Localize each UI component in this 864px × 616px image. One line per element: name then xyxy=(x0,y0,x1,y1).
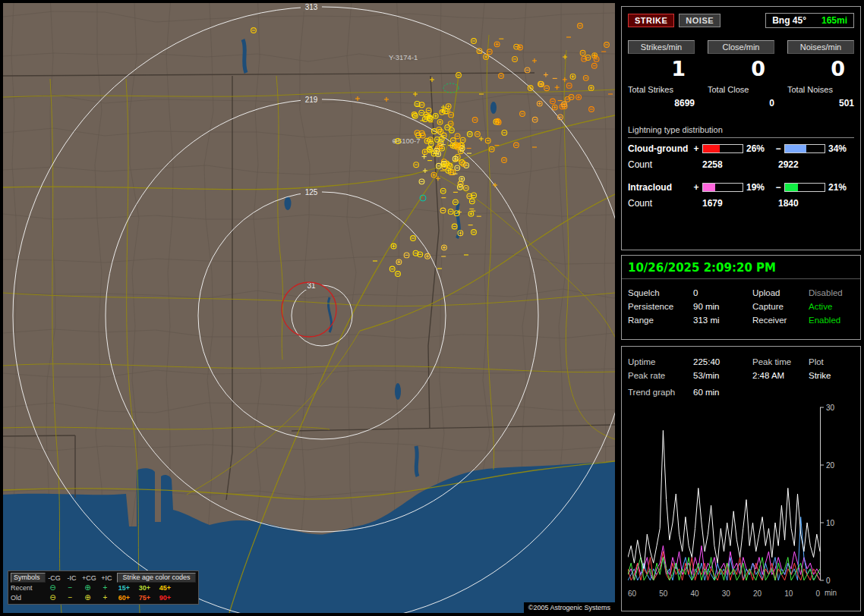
svg-text:0: 0 xyxy=(826,577,831,585)
cloud-ground-count-row: Count 2258 2922 xyxy=(628,159,854,170)
range-value: 165mi xyxy=(814,14,853,27)
noises-per-min-value: 0 xyxy=(787,57,854,80)
x-tick: 30 xyxy=(722,589,730,598)
legend-old-label: Old xyxy=(11,594,44,602)
minus-icon: − xyxy=(774,182,783,193)
x-tick: 40 xyxy=(690,589,698,598)
age-30: 30+ xyxy=(134,584,155,592)
intracloud-count-row: Count 1679 1840 xyxy=(628,198,854,209)
close-per-min-button[interactable]: Close/min xyxy=(708,40,774,54)
plus-icon: + xyxy=(96,583,114,592)
datetime-display: 10/26/2025 2:09:20 PM xyxy=(622,256,860,278)
legend-col-cgpos: +CG xyxy=(80,574,98,582)
legend-symbols-header: Symbols xyxy=(11,573,46,583)
ic-positive-bar xyxy=(702,183,743,192)
ic-negative-pct: 21% xyxy=(828,182,853,193)
cg-negative-bar xyxy=(784,144,825,153)
total-noises-label: Total Noises xyxy=(787,85,854,94)
total-close-value: 0 xyxy=(708,98,774,108)
mode-row: STRIKE NOISE Bng 45° 165mi xyxy=(628,13,854,28)
peak-time-label: Peak time xyxy=(752,357,809,366)
legend-col-icneg: -IC xyxy=(63,574,80,582)
strike-mode-button[interactable]: STRIKE xyxy=(628,14,674,27)
svg-text:20: 20 xyxy=(826,461,835,470)
svg-text:⊕5100-7: ⊕5100-7 xyxy=(392,137,421,145)
legend-col-icpos: +IC xyxy=(98,574,115,582)
trend-panel: Uptime 225:40 Peak time Plot Peak rate 5… xyxy=(621,346,861,611)
close-per-min-value: 0 xyxy=(708,57,774,80)
uptime-grid: Uptime 225:40 Peak time Plot Peak rate 5… xyxy=(628,357,854,380)
trend-graph: 3020100 60 50 40 30 20 10 0 min xyxy=(628,404,854,598)
noise-mode-button[interactable]: NOISE xyxy=(679,14,721,27)
count-label: Count xyxy=(628,159,692,170)
minus-icon: − xyxy=(61,583,79,592)
totals-label-row: Total Strikes Total Close Total Noises xyxy=(628,85,854,94)
legend-recent-label: Recent xyxy=(11,584,44,592)
symbol-legend: Symbols -CG -IC +CG +IC Strike age color… xyxy=(8,570,199,605)
count-label: Count xyxy=(628,198,692,209)
plus-icon: + xyxy=(96,593,114,602)
circle-plus-icon: ⊕ xyxy=(79,593,96,602)
sidebar: STRIKE NOISE Bng 45° 165mi Strikes/min C… xyxy=(621,0,861,616)
x-axis-unit: min xyxy=(825,589,837,597)
plot-mode-value: Strike xyxy=(809,371,854,380)
receiver-label: Receiver xyxy=(752,316,809,325)
map-canvas: 31321912531 Y-3174-1⊕5100-7 xyxy=(3,3,615,613)
intracloud-label: Intracloud xyxy=(628,182,692,193)
x-tick: 20 xyxy=(753,589,762,598)
legend-recent-row: Recent ⊖ − ⊕ + 15+ 30+ 45+ xyxy=(11,583,196,592)
info-row: Peak rate 53/min 2:48 AM Strike xyxy=(628,371,854,380)
peak-rate-label: Peak rate xyxy=(628,371,693,380)
ic-positive-count: 1679 xyxy=(692,198,766,209)
lightning-map[interactable]: 31321912531 Y-3174-1⊕5100-7 Symbols -CG … xyxy=(3,3,615,613)
persistence-value: 90 min xyxy=(693,302,752,311)
statistics-panel: STRIKE NOISE Bng 45° 165mi Strikes/min C… xyxy=(621,6,861,250)
status-row: Squelch 0 Upload Disabled xyxy=(628,288,854,297)
bearing-value: Bng 45° xyxy=(766,14,814,27)
plot-label: Plot xyxy=(809,357,854,366)
x-tick: 10 xyxy=(784,589,793,598)
peak-rate-value: 53/min xyxy=(693,371,752,380)
cg-negative-count: 2922 xyxy=(766,159,799,170)
capture-label: Capture xyxy=(752,302,809,311)
receiver-status: Enabled xyxy=(809,316,854,325)
rate-header-row: Strikes/min Close/min Noises/min xyxy=(628,40,854,54)
x-tick: 0 xyxy=(815,589,820,598)
total-noises-value: 501 xyxy=(787,98,854,108)
plus-icon: + xyxy=(692,143,701,154)
circle-minus-icon: ⊖ xyxy=(44,583,61,592)
cloud-ground-label: Cloud-ground xyxy=(628,143,692,154)
totals-value-row: 8699 0 501 xyxy=(628,98,854,108)
squelch-label: Squelch xyxy=(628,288,693,297)
upload-label: Upload xyxy=(752,288,809,297)
rate-values-row: 1 0 0 xyxy=(628,57,854,80)
range-label: Range xyxy=(628,316,693,325)
age-90: 90+ xyxy=(155,594,175,602)
status-row: Range 313 mi Receiver Enabled xyxy=(628,316,854,325)
circle-plus-icon: ⊕ xyxy=(79,583,96,592)
strikes-per-min-button[interactable]: Strikes/min xyxy=(628,40,695,54)
svg-text:219: 219 xyxy=(305,96,318,104)
svg-text:10: 10 xyxy=(826,519,835,527)
legend-col-cgneg: -CG xyxy=(46,574,63,582)
range-setting-value: 313 mi xyxy=(693,316,752,325)
trend-graph-canvas: 3020100 xyxy=(628,404,848,585)
ic-negative-bar xyxy=(784,183,825,192)
trend-graph-row: Trend graph 60 min xyxy=(628,388,854,397)
ic-positive-pct: 19% xyxy=(746,182,771,193)
trend-x-axis: 60 50 40 30 20 10 0 min xyxy=(628,588,854,598)
x-tick-labels: 60 50 40 30 20 10 0 xyxy=(628,589,820,598)
cg-positive-pct: 26% xyxy=(746,143,771,154)
squelch-value: 0 xyxy=(693,288,752,297)
legend-header-row: Symbols -CG -IC +CG +IC Strike age color… xyxy=(11,573,196,583)
noises-per-min-button[interactable]: Noises/min xyxy=(787,40,854,54)
svg-text:313: 313 xyxy=(305,3,318,11)
total-close-label: Total Close xyxy=(708,85,774,94)
status-row: Persistence 90 min Capture Active xyxy=(628,302,854,311)
ic-negative-count: 1840 xyxy=(766,198,799,209)
svg-text:125: 125 xyxy=(305,188,318,196)
age-15: 15+ xyxy=(114,584,134,592)
bearing-range-box[interactable]: Bng 45° 165mi xyxy=(765,13,854,28)
age-60: 60+ xyxy=(114,594,134,602)
x-tick: 50 xyxy=(659,589,667,598)
